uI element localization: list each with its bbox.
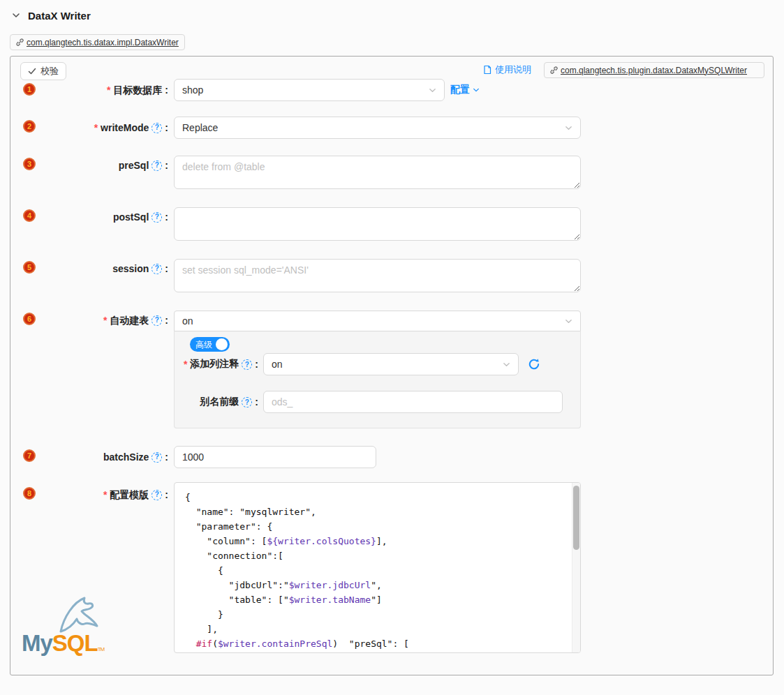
refresh-icon[interactable] <box>527 357 541 371</box>
check-icon <box>28 67 36 75</box>
validate-button[interactable]: 校验 <box>20 62 66 80</box>
scrollbar-thumb[interactable] <box>573 486 579 550</box>
collapse-chevron-icon[interactable] <box>12 11 20 20</box>
advanced-options-panel: 高级 * 添加列注释 ? : on 别名前缀 ? : <box>174 331 581 428</box>
config-template-editor[interactable]: { "name": "mysqlwriter", "parameter": { … <box>174 482 581 653</box>
help-icon[interactable]: ? <box>151 160 162 171</box>
plugin-class-link[interactable]: com.qlangtech.tis.plugin.datax.DataxMySQ… <box>561 66 747 75</box>
plugin-class-chip[interactable]: com.qlangtech.tis.plugin.datax.DataxMySQ… <box>544 62 764 78</box>
alias-prefix-input[interactable] <box>263 391 563 413</box>
mysql-logo-text: MySQLTM <box>22 630 104 657</box>
toggle-knob <box>216 338 228 350</box>
writemode-select[interactable]: Replace <box>174 117 581 139</box>
help-icon[interactable]: ? <box>242 397 252 408</box>
help-icon[interactable]: ? <box>151 452 162 463</box>
chevron-down-icon <box>429 87 436 94</box>
mysql-dolphin-icon <box>55 594 105 634</box>
add-column-comment-select[interactable]: on <box>263 353 519 375</box>
writer-class-chip[interactable]: com.qlangtech.tis.datax.impl.DataxWriter <box>10 34 185 50</box>
config-template-label: * 配置模版 ? : <box>10 484 168 506</box>
session-label: session ? : <box>10 257 168 280</box>
presql-label: preSql ? : <box>10 154 168 177</box>
datax-writer-form-panel: 校验 使用说明 com.qlangtech.tis.plugin.datax.D… <box>10 56 774 675</box>
scrollbar-track[interactable] <box>572 483 580 652</box>
help-icon[interactable]: ? <box>242 359 252 370</box>
link-icon <box>550 66 558 74</box>
alias-prefix-label: 别名前缀 ? : <box>175 391 258 413</box>
target-db-label: * 目标数据库 : <box>10 79 168 101</box>
help-icon[interactable]: ? <box>151 123 162 133</box>
chevron-down-icon <box>473 87 480 94</box>
document-icon <box>482 65 492 75</box>
chevron-down-icon <box>565 317 572 325</box>
target-db-select[interactable]: shop <box>174 79 445 101</box>
help-icon[interactable]: ? <box>151 264 162 274</box>
configure-db-link[interactable]: 配置 <box>450 84 480 96</box>
auto-create-table-select[interactable]: on <box>174 311 581 331</box>
add-column-comment-label: * 添加列注释 ? : <box>175 353 258 375</box>
page-title: DataX Writer <box>28 10 91 22</box>
session-textarea[interactable] <box>174 259 581 292</box>
batchsize-label: batchSize ? : <box>10 446 168 468</box>
usage-doc-link[interactable]: 使用说明 <box>482 63 531 76</box>
link-icon <box>16 38 24 46</box>
postsql-label: postSql ? : <box>10 206 168 228</box>
help-icon[interactable]: ? <box>151 212 162 223</box>
batchsize-input[interactable] <box>174 446 376 468</box>
chevron-down-icon <box>503 361 510 368</box>
config-template-code[interactable]: { "name": "mysqlwriter", "parameter": { … <box>175 490 570 651</box>
help-icon[interactable]: ? <box>151 490 162 500</box>
help-icon[interactable]: ? <box>151 315 162 326</box>
page: DataX Writer com.qlangtech.tis.datax.imp… <box>0 0 784 695</box>
postsql-textarea[interactable] <box>174 207 581 241</box>
chevron-down-icon <box>565 124 572 132</box>
advanced-toggle[interactable]: 高级 <box>190 337 230 352</box>
writemode-label: * writeMode ? : <box>10 117 168 139</box>
writer-class-link[interactable]: com.qlangtech.tis.datax.impl.DataxWriter <box>27 38 179 47</box>
mysql-logo: MySQLTM <box>15 592 112 662</box>
presql-textarea[interactable] <box>174 156 581 189</box>
auto-create-table-label: * 自动建表 ? : <box>10 309 168 331</box>
